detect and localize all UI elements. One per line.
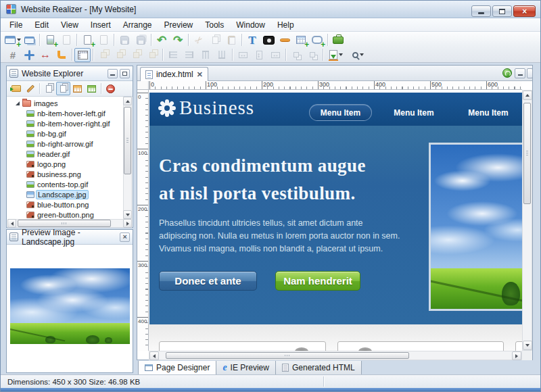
page-landscape-image[interactable] bbox=[429, 143, 522, 311]
tree-item[interactable]: logo.png bbox=[26, 159, 66, 169]
page-heading-line-2[interactable]: at nisl porta vestibulum. bbox=[159, 183, 356, 204]
scroll-up-arrow[interactable] bbox=[523, 91, 532, 100]
scroll-right-arrow[interactable] bbox=[512, 351, 521, 360]
paste-button[interactable] bbox=[223, 33, 239, 47]
page-button-primary[interactable]: Donec et ante bbox=[159, 271, 257, 291]
group-button[interactable] bbox=[288, 48, 304, 62]
titlebar[interactable]: Website Realizer - [My Website] × bbox=[1, 1, 541, 18]
canvas-vscroll-thumb[interactable] bbox=[523, 103, 531, 204]
tab-close-icon[interactable]: ✕ bbox=[197, 71, 203, 78]
tree-scroll-thumb[interactable] bbox=[124, 107, 131, 174]
same-height-button[interactable] bbox=[251, 48, 267, 62]
same-width-button[interactable] bbox=[235, 48, 251, 62]
publish-button[interactable] bbox=[330, 33, 346, 47]
pane-minimize-button[interactable] bbox=[515, 68, 525, 78]
explorer-panel-titlebar[interactable]: Website Explorer bbox=[7, 66, 133, 81]
redo-button[interactable] bbox=[170, 33, 186, 47]
explorer-edit-button[interactable] bbox=[23, 82, 37, 95]
tree-hscroll-thumb[interactable] bbox=[18, 220, 111, 227]
menu-insert[interactable]: Insert bbox=[85, 19, 117, 31]
restore-button[interactable] bbox=[492, 5, 512, 17]
menu-arrange[interactable]: Arrange bbox=[117, 19, 158, 31]
scroll-down-arrow[interactable] bbox=[523, 341, 532, 350]
refresh-button[interactable] bbox=[502, 68, 512, 78]
tree-item[interactable]: nb-bg.gif bbox=[26, 128, 66, 139]
bring-to-front-button[interactable] bbox=[95, 48, 112, 62]
insert-image-button[interactable] bbox=[260, 33, 277, 47]
align-left-button[interactable] bbox=[165, 48, 181, 62]
canvas-horizontal-scrollbar[interactable] bbox=[149, 351, 522, 360]
resize-width-button[interactable] bbox=[37, 48, 53, 62]
new-page-button[interactable] bbox=[42, 33, 58, 47]
menu-help[interactable]: Help bbox=[271, 19, 300, 31]
tab-page-designer[interactable]: Page Designer bbox=[138, 361, 216, 375]
tree-item[interactable]: business.png bbox=[26, 169, 81, 179]
insert-text-button[interactable] bbox=[244, 33, 260, 47]
explorer-copy-button[interactable] bbox=[42, 82, 56, 95]
tree-vertical-scrollbar[interactable] bbox=[123, 97, 132, 219]
tab-index-html[interactable]: index.html ✕ bbox=[140, 67, 208, 81]
nav-menu-item-3[interactable]: Menu Item bbox=[462, 104, 515, 121]
canvas-vertical-scrollbar[interactable] bbox=[522, 90, 532, 351]
same-size-button[interactable] bbox=[267, 48, 283, 62]
minimize-button[interactable] bbox=[471, 5, 491, 17]
panel-maximize-button[interactable] bbox=[120, 69, 130, 78]
send-to-back-button[interactable] bbox=[144, 48, 160, 62]
explorer-stop-button[interactable] bbox=[103, 82, 118, 95]
design-canvas[interactable]: Business Menu Item Menu Item Menu Item C… bbox=[149, 90, 522, 351]
tree-item[interactable]: nb-item-hover-left.gif bbox=[26, 108, 105, 118]
canvas-hscroll-thumb[interactable] bbox=[166, 352, 409, 359]
align-center-button[interactable] bbox=[181, 48, 197, 62]
site-logo-text[interactable]: Business bbox=[179, 97, 254, 119]
save-all-button[interactable] bbox=[133, 33, 149, 47]
send-backward-button[interactable] bbox=[128, 48, 144, 62]
save-button[interactable] bbox=[116, 33, 133, 47]
close-button[interactable]: × bbox=[513, 5, 536, 17]
new-website-button[interactable] bbox=[5, 33, 21, 47]
explorer-paste-button[interactable] bbox=[56, 82, 70, 95]
tree-item[interactable]: blue-button.png bbox=[26, 199, 89, 210]
tree-item[interactable]: nb-right-arrow.gif bbox=[26, 139, 93, 149]
scroll-right-arrow[interactable] bbox=[123, 219, 132, 228]
menu-view[interactable]: View bbox=[55, 19, 85, 31]
undo-button[interactable] bbox=[154, 33, 170, 47]
menu-file[interactable]: File bbox=[3, 19, 28, 31]
tree-horizontal-scrollbar[interactable] bbox=[7, 219, 132, 228]
scroll-up-arrow[interactable] bbox=[123, 97, 132, 105]
preview-button[interactable] bbox=[347, 48, 369, 62]
explorer-table-orange-button[interactable] bbox=[70, 82, 85, 95]
pane-maximize-button[interactable] bbox=[527, 68, 533, 78]
panel-minimize-button[interactable] bbox=[108, 69, 118, 78]
scroll-left-arrow[interactable] bbox=[149, 351, 159, 360]
bring-forward-button[interactable] bbox=[112, 48, 128, 62]
grid-toggle-button[interactable] bbox=[5, 48, 21, 62]
align-top-button[interactable] bbox=[197, 48, 214, 62]
tree-item[interactable]: header.gif bbox=[26, 149, 70, 159]
tree-item[interactable]: green-button.png bbox=[26, 210, 94, 219]
preview-close-button[interactable]: × bbox=[120, 232, 130, 242]
tree-folder-images[interactable]: images bbox=[16, 98, 57, 108]
explorer-table-green-button[interactable] bbox=[85, 82, 99, 95]
blank-page-button[interactable] bbox=[95, 33, 112, 47]
insert-container-button[interactable] bbox=[309, 33, 325, 47]
tab-generated-html[interactable]: Generated HTML bbox=[275, 361, 362, 375]
ruler-toggle-button[interactable] bbox=[74, 48, 91, 62]
page-button-secondary[interactable]: Nam hendrerit bbox=[275, 271, 360, 291]
preview-panel-titlebar[interactable]: Preview Image - Landscape.jpg × bbox=[7, 230, 133, 245]
menu-window[interactable]: Window bbox=[230, 19, 271, 31]
scroll-left-arrow[interactable] bbox=[7, 219, 16, 228]
menu-tools[interactable]: Tools bbox=[199, 19, 230, 31]
tree-item[interactable]: contents-top.gif bbox=[26, 179, 88, 189]
copy-button[interactable] bbox=[207, 33, 223, 47]
page-heading-line-1[interactable]: Cras condimentum augue bbox=[159, 155, 366, 176]
cut-button[interactable] bbox=[191, 33, 207, 47]
scroll-down-arrow[interactable] bbox=[123, 210, 132, 219]
page-paragraph[interactable]: Phasellus tincidunt ultricies tellus, si… bbox=[159, 217, 401, 255]
explorer-open-button[interactable] bbox=[9, 82, 23, 95]
tab-ie-preview[interactable]: eIE Preview bbox=[216, 361, 276, 375]
ungroup-button[interactable] bbox=[304, 48, 321, 62]
tree-item-selected[interactable]: Landscape.jpg bbox=[26, 189, 89, 199]
menu-preview[interactable]: Preview bbox=[158, 19, 199, 31]
nav-menu-item-2[interactable]: Menu Item bbox=[387, 104, 440, 121]
open-website-button[interactable] bbox=[21, 33, 37, 47]
